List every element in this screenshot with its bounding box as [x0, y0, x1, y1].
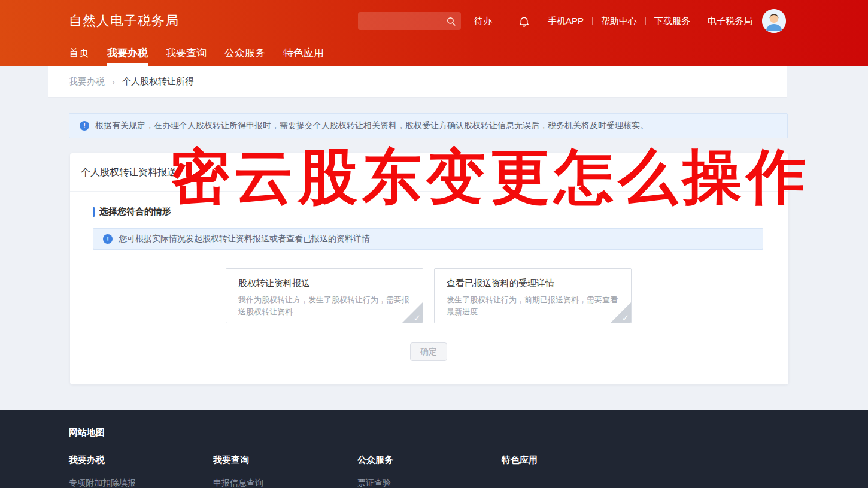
footer-col-inquiry: 我要查询 申报信息查询 [213, 454, 357, 488]
todo-link[interactable]: 待办 [474, 16, 492, 27]
header-divider [509, 17, 509, 25]
hint-text: 您可根据实际情况发起股权转让资料报送或者查看已报送的资料详情 [119, 234, 370, 244]
chevron-right-icon: › [112, 77, 115, 87]
info-icon: ! [80, 121, 89, 131]
etax-bureau-link[interactable]: 电子税务局 [708, 16, 752, 27]
search-icon[interactable] [446, 16, 456, 26]
footer-col-title: 我要办税 [69, 454, 213, 466]
footer-link-declaration-query[interactable]: 申报信息查询 [213, 478, 357, 488]
mobile-app-link[interactable]: 手机APP [548, 16, 584, 27]
footer-col-title: 公众服务 [357, 454, 502, 466]
nav-item-tax-handling[interactable]: 我要办税 [107, 42, 148, 66]
check-icon: ✓ [413, 313, 421, 322]
info-icon: ! [103, 234, 113, 244]
section-title: 选择您符合的情形 [93, 207, 764, 217]
footer-col-public-service: 公众服务 票证查验 [357, 454, 502, 488]
option-title: 股权转让资料报送 [238, 278, 411, 289]
footer-col-title: 特色应用 [502, 454, 646, 466]
site-footer: 网站地图 我要办税 专项附加扣除填报 我要查询 申报信息查询 公众服务 票证查验… [0, 410, 868, 488]
help-center-link[interactable]: 帮助中心 [601, 16, 637, 27]
options-row: 股权转让资料报送 我作为股权转让方，发生了股权转让行为，需要报送股权转让资料 ✓… [93, 268, 764, 323]
sitemap-title: 网站地图 [69, 427, 868, 438]
panel-title: 个人股权转让资料报送 [70, 153, 788, 192]
breadcrumb-parent[interactable]: 我要办税 [69, 76, 105, 87]
main-nav: 首页 我要办税 我要查询 公众服务 特色应用 [0, 42, 868, 66]
section-accent-bar [93, 207, 95, 217]
stock-transfer-panel: 个人股权转让资料报送 选择您符合的情形 ! 您可根据实际情况发起股权转让资料报送… [70, 153, 788, 384]
header-divider [539, 17, 539, 25]
nav-item-inquiry[interactable]: 我要查询 [166, 42, 207, 66]
footer-col-title: 我要查询 [213, 454, 357, 466]
footer-col-tax-handling: 我要办税 专项附加扣除填报 [69, 454, 213, 488]
option-title: 查看已报送资料的受理详情 [447, 278, 619, 289]
bell-icon[interactable] [518, 15, 530, 28]
main-area: ! 根据有关规定，在办理个人股权转让所得申报时，需要提交个人股权转让相关资料，股… [0, 98, 868, 410]
option-description: 我作为股权转让方，发生了股权转让行为，需要报送股权转让资料 [238, 294, 411, 318]
confirm-button[interactable]: 确定 [410, 342, 447, 361]
check-icon: ✓ [621, 313, 629, 322]
nav-item-public-service[interactable]: 公众服务 [224, 42, 265, 66]
search-input[interactable] [364, 17, 446, 26]
header-top-row: 自然人电子税务局 待办 手机APP 帮助中心 下载服务 电子税务局 [0, 0, 868, 42]
section-title-text: 选择您符合的情形 [99, 206, 171, 217]
notice-banner: ! 根据有关规定，在办理个人股权转让所得申报时，需要提交个人股权转让相关资料，股… [69, 113, 788, 138]
header-divider [645, 17, 646, 25]
hint-banner: ! 您可根据实际情况发起股权转让资料报送或者查看已报送的资料详情 [93, 228, 763, 250]
user-avatar[interactable] [762, 9, 786, 33]
nav-item-featured-apps[interactable]: 特色应用 [283, 42, 324, 66]
nav-item-home[interactable]: 首页 [69, 42, 89, 66]
site-header: 自然人电子税务局 待办 手机APP 帮助中心 下载服务 电子税务局 [0, 0, 868, 66]
search-box[interactable] [358, 12, 461, 30]
footer-link-special-deduction[interactable]: 专项附加扣除填报 [69, 478, 213, 488]
breadcrumb: 我要办税 › 个人股权转让所得 [48, 66, 787, 98]
option-card-submit-materials[interactable]: 股权转让资料报送 我作为股权转让方，发生了股权转让行为，需要报送股权转让资料 ✓ [226, 268, 423, 323]
notice-text: 根据有关规定，在办理个人股权转让所得申报时，需要提交个人股权转让相关资料，股权受… [95, 120, 648, 131]
option-description: 发生了股权转让行为，前期已报送资料，需要查看最新进度 [447, 294, 619, 318]
header-divider [592, 17, 593, 25]
footer-col-featured-apps: 特色应用 [502, 454, 646, 488]
footer-link-ticket-verification[interactable]: 票证查验 [357, 478, 502, 488]
option-card-view-progress[interactable]: 查看已报送资料的受理详情 发生了股权转让行为，前期已报送资料，需要查看最新进度 … [434, 268, 632, 323]
header-divider [699, 17, 699, 25]
download-service-link[interactable]: 下载服务 [654, 16, 690, 27]
breadcrumb-current: 个人股权转让所得 [122, 76, 194, 87]
brand-title: 自然人电子税务局 [69, 12, 179, 30]
